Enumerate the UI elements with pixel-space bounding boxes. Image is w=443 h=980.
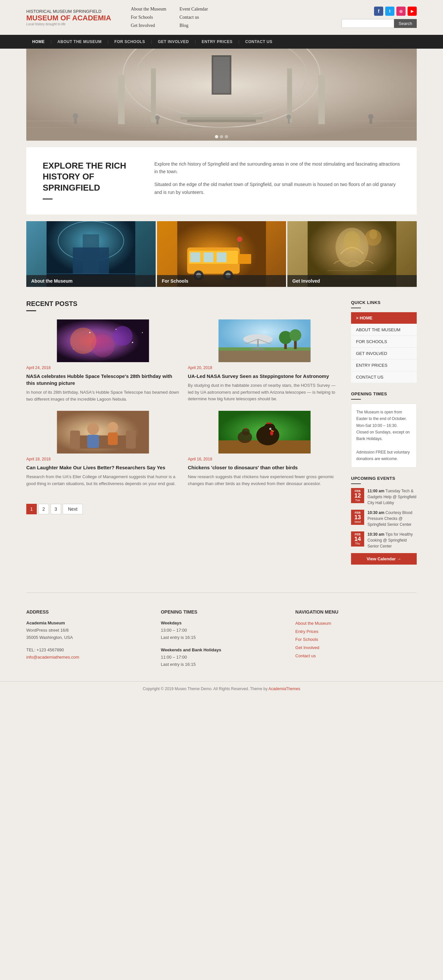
quick-link-home[interactable]: HOME xyxy=(351,312,417,324)
next-page-button[interactable]: Next xyxy=(63,504,83,514)
svg-point-45 xyxy=(237,237,242,242)
twitter-icon[interactable]: t xyxy=(385,6,394,16)
content-area: RECENT POSTS xyxy=(26,287,417,586)
nav-about[interactable]: ABOUT THE MUSEUM xyxy=(52,35,108,49)
header-link-contact[interactable]: Contact us xyxy=(179,13,208,21)
copyright-link[interactable]: AcademiaThemes xyxy=(268,687,300,691)
svg-point-23 xyxy=(215,135,218,138)
svg-rect-9 xyxy=(287,68,292,123)
post-img-2 xyxy=(188,320,341,362)
post-title-4[interactable]: Chickens 'closer to dinosaurs' than othe… xyxy=(188,464,341,471)
footer-org-name: Academia Museum xyxy=(26,620,65,625)
footer-weekdays-hours: 13:00 – 17:00 xyxy=(161,627,283,634)
footer-email[interactable]: info@academiathemes.com xyxy=(26,655,79,660)
logo[interactable]: HISTORICAL MUSEUM SPRINGFIELD MUSEUM OF … xyxy=(26,9,111,26)
svg-point-12 xyxy=(73,113,78,119)
search-input[interactable] xyxy=(341,19,394,28)
nav-schools[interactable]: FOR SCHOOLS xyxy=(108,35,151,49)
header-link-blog[interactable]: Blog xyxy=(179,21,208,30)
quick-link-prices[interactable]: ENTRY PRICES xyxy=(351,360,417,371)
post-date-1: April 24, 2018 xyxy=(26,366,179,370)
nav-home[interactable]: HOME xyxy=(26,35,51,49)
svg-rect-8 xyxy=(151,68,156,123)
card-schools[interactable]: For Schools xyxy=(157,221,286,287)
header-link-calendar[interactable]: Event Calendar xyxy=(179,5,208,13)
footer-street: WordPress street 16/8 xyxy=(26,627,148,634)
main-navigation: HOME | ABOUT THE MUSEUM | FOR SCHOOLS | … xyxy=(0,35,443,49)
intro-title: EXPLORE THE RICH HISTORY OF SPRINGFIELD xyxy=(43,161,141,194)
svg-point-24 xyxy=(220,135,223,138)
card-about[interactable]: About the Museum xyxy=(26,221,156,287)
quick-links-underline xyxy=(351,308,361,308)
footer-nav-involved[interactable]: Get Involved xyxy=(295,644,417,652)
quick-link-contact[interactable]: CONTACT US xyxy=(351,371,417,383)
post-date-3: April 18, 2018 xyxy=(26,457,179,461)
header-link-involved[interactable]: Get Involved xyxy=(131,21,166,30)
header-link-about[interactable]: About the Museum xyxy=(131,5,166,13)
card-involved[interactable]: Get Involved xyxy=(287,221,417,287)
event-time-3: 10:30 am xyxy=(367,532,384,537)
footer-nav-about[interactable]: About the Museum xyxy=(295,619,417,628)
post-date-2: April 20, 2018 xyxy=(188,366,341,370)
post-excerpt-3: Research from the UA's Eller College of … xyxy=(26,474,179,487)
card-about-label: About the Museum xyxy=(26,275,156,287)
event-time-1: 11:00 am xyxy=(367,489,384,493)
search-button[interactable]: Search xyxy=(394,19,417,28)
nav-prices[interactable]: ENTRY PRICES xyxy=(196,35,238,49)
instagram-icon[interactable]: ◎ xyxy=(396,6,406,16)
quick-link-about[interactable]: ABOUT THE MUSEUM xyxy=(351,324,417,336)
footer: ADDRESS Academia Museum WordPress street… xyxy=(26,600,417,678)
opening-times-box: The Museum is open from Easter to the en… xyxy=(351,404,417,468)
event-day-2: 13 xyxy=(354,514,362,520)
page-3-button[interactable]: 3 xyxy=(51,504,61,514)
svg-rect-43 xyxy=(238,254,251,264)
header-link-schools[interactable]: For Schools xyxy=(131,13,166,21)
svg-rect-84 xyxy=(108,433,118,445)
footer-nav-contact[interactable]: Contact us xyxy=(295,652,417,660)
header-nav-col1: About the Museum For Schools Get Involve… xyxy=(131,5,208,30)
quick-link-schools[interactable]: FOR SCHOOLS xyxy=(351,336,417,348)
page-2-button[interactable]: 2 xyxy=(38,504,49,514)
footer-nav-schools[interactable]: For Schools xyxy=(295,636,417,644)
feature-cards: About the Museum xyxy=(26,221,417,287)
svg-rect-22 xyxy=(187,119,256,122)
event-details-3: 10:30 am Tips for Healthy Cooking @ Spri… xyxy=(367,531,417,549)
event-day-1: 12 xyxy=(354,493,362,498)
main-content: RECENT POSTS xyxy=(26,300,341,573)
footer-bank-last: Last entry is 16:15 xyxy=(161,661,283,668)
logo-subtitle: HISTORICAL MUSEUM SPRINGFIELD xyxy=(26,9,111,14)
post-title-2[interactable]: UA-Led NASA Survey Seen as Steppingstone… xyxy=(188,373,341,380)
page-1-button[interactable]: 1 xyxy=(26,504,37,514)
intro-heading: EXPLORE THE RICH HISTORY OF SPRINGFIELD xyxy=(43,161,141,202)
svg-rect-79 xyxy=(70,431,80,449)
quick-links-title: QUICK LINKS xyxy=(351,300,417,305)
svg-rect-21 xyxy=(181,117,263,119)
social-icons: f t ◎ ▶ xyxy=(374,6,417,16)
view-calendar-button[interactable]: View Calendar → xyxy=(351,553,417,565)
pagination: 1 2 3 Next xyxy=(26,497,341,521)
post-title-1[interactable]: NASA celebrates Hubble Space Telescope's… xyxy=(26,373,179,387)
svg-rect-80 xyxy=(126,431,136,449)
upcoming-events-section: UPCOMING EVENTS FEB 12 Tue 11:00 am Tues… xyxy=(351,476,417,565)
footer-nav-prices[interactable]: Entry Prices xyxy=(295,628,417,636)
quick-link-involved[interactable]: GET INVOLVED xyxy=(351,348,417,360)
footer-city: 35005 Washington, USA xyxy=(26,634,148,641)
post-excerpt-4: New research suggests that chickens have… xyxy=(188,474,341,487)
svg-point-58 xyxy=(89,332,91,333)
opening-times-section: OPENING TIMES The Museum is open from Ea… xyxy=(351,391,417,468)
svg-rect-19 xyxy=(370,119,372,124)
hero-image xyxy=(26,49,417,141)
post-title-3[interactable]: Can Laughter Make Our Lives Better? Rese… xyxy=(26,464,179,471)
post-item-1: April 24, 2018 NASA celebrates Hubble Sp… xyxy=(26,320,179,403)
event-details-1: 11:00 am Tuesday Tech & Gadgets Help @ S… xyxy=(367,488,417,506)
event-dow-1: Tue xyxy=(354,498,362,502)
footer-tel: TEL: +123 4567890 xyxy=(26,646,148,654)
nav-contact[interactable]: CONTACT US xyxy=(240,35,278,49)
nav-involved[interactable]: GET INVOLVED xyxy=(152,35,195,49)
footer-address-title: ADDRESS xyxy=(26,609,148,614)
youtube-icon[interactable]: ▶ xyxy=(408,6,417,16)
footer-weekdays-label: Weekdays xyxy=(161,620,182,625)
facebook-icon[interactable]: f xyxy=(374,6,383,16)
svg-rect-11 xyxy=(213,57,230,93)
upcoming-events-title: UPCOMING EVENTS xyxy=(351,476,417,481)
